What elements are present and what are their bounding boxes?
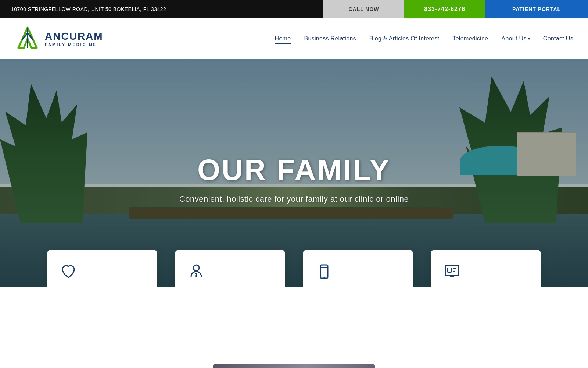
hero-section: OUR FAMILY Convenient, holistic care for… [0,59,588,287]
nav-link-contact[interactable]: Contact Us [543,35,573,42]
phone-number[interactable]: 833-742-6276 [404,0,485,18]
card-register: REGISTER & BOOK BOOK HERE [47,250,157,287]
hero-title: OUR FAMILY [179,153,409,187]
address-text: 10700 STRINGFELLOW ROAD, UNIT 50 BOKEELI… [11,6,166,12]
section-below [0,342,588,368]
svg-rect-13 [448,268,451,272]
call-now-button[interactable]: CALL NOW [323,0,404,18]
card-communicate: COMMUNICATE WITH US CONTACT US [431,250,541,287]
card-portal: ACCESS YOUR PORTAL ACCESS HERE [303,250,413,287]
nav-item-blog[interactable]: Blog & Articles Of Interest [369,35,439,42]
svg-point-9 [324,277,325,278]
nav-link-blog[interactable]: Blog & Articles Of Interest [369,35,439,42]
svg-point-3 [195,275,197,277]
cards-row: REGISTER & BOOK BOOK HERE VIDEO CHAT & S… [0,250,588,287]
nav-link-telemedicine[interactable]: Telemedicine [452,35,488,42]
phone-text: 833-742-6276 [424,6,465,13]
address-bar: 10700 STRINGFELLOW ROAD, UNIT 50 BOKEELI… [0,0,323,18]
mobile-icon [313,261,335,283]
nav-links: Home Business Relations Blog & Articles … [275,35,573,42]
nav-item-contact[interactable]: Contact Us [543,35,573,42]
nav-item-about[interactable]: About Us ▾ [501,35,530,42]
logo-sub-text: FAMILY MEDICINE [45,42,103,47]
nav-link-about[interactable]: About Us ▾ [501,35,530,42]
portal-label: PATIENT PORTAL [512,6,561,12]
hero-subtitle: Convenient, holistic care for your famil… [179,194,409,204]
logo[interactable]: ANCURAM FAMILY MEDICINE [15,26,103,52]
nav-item-business[interactable]: Business Relations [304,35,356,42]
below-image [213,364,375,368]
call-now-label: CALL NOW [348,6,379,12]
chevron-down-icon: ▾ [528,37,530,41]
card-spacer [0,287,588,342]
logo-icon [15,26,40,52]
patient-portal-button[interactable]: PATIENT PORTAL [485,0,588,18]
logo-main-text: ANCURAM [45,31,103,42]
nav-item-home[interactable]: Home [275,35,291,42]
hero-content: OUR FAMILY Convenient, holistic care for… [179,142,409,204]
navbar: ANCURAM FAMILY MEDICINE Home Business Re… [0,18,588,59]
nav-dropdown-about: About Us ▾ [501,35,530,42]
heart-icon [57,261,79,283]
nav-link-business[interactable]: Business Relations [304,35,356,42]
top-bar: 10700 STRINGFELLOW ROAD, UNIT 50 BOKEELI… [0,0,588,18]
monitor-icon [441,261,463,283]
card-video-chat: VIDEO CHAT & SECURE TEXT START HERE [175,250,285,287]
svg-point-2 [193,265,199,271]
nav-item-telemedicine[interactable]: Telemedicine [452,35,488,42]
doctor-icon [185,261,207,283]
nav-link-home[interactable]: Home [275,35,291,44]
logo-text-wrap: ANCURAM FAMILY MEDICINE [45,31,103,47]
